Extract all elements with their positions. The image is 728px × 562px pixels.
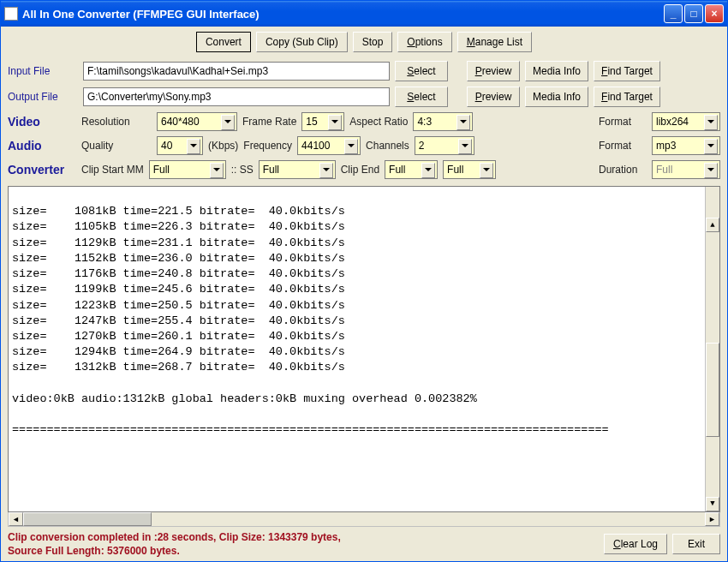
scroll-up-icon[interactable]: ▲ (706, 218, 719, 232)
scroll-thumb[interactable] (706, 343, 719, 437)
output-file-label: Output File (8, 91, 78, 103)
vertical-scrollbar[interactable]: ▲ ▼ (705, 187, 719, 511)
hscroll-thumb[interactable] (23, 512, 152, 526)
clip-end-mm-select[interactable]: Full (385, 160, 438, 179)
input-select-button[interactable]: Select (395, 61, 448, 81)
video-format-label: Format (599, 116, 647, 128)
manage-list-button[interactable]: Manage List (457, 32, 532, 52)
resolution-label: Resolution (81, 116, 152, 128)
audio-format-select[interactable]: mp3 (652, 136, 720, 155)
quality-unit: (Kbps) (208, 140, 238, 152)
clip-start-ss-select[interactable]: Full (259, 160, 336, 179)
quality-label: Quality (81, 140, 152, 152)
clip-end-ss-select[interactable]: Full (443, 160, 496, 179)
options-button[interactable]: Options (397, 32, 451, 52)
stop-button[interactable]: Stop (353, 32, 393, 52)
output-file-field[interactable] (83, 87, 390, 106)
status-text: Clip conversion completed in :28 seconds… (8, 530, 599, 558)
scroll-down-icon[interactable]: ▼ (706, 497, 719, 511)
scroll-left-icon[interactable]: ◄ (9, 512, 23, 526)
maximize-button[interactable]: □ (684, 4, 703, 23)
scroll-right-icon[interactable]: ► (705, 512, 719, 526)
aspect-label: Aspect Ratio (349, 116, 408, 128)
app-icon (4, 7, 18, 21)
frequency-label: Frequency (243, 140, 292, 152)
minimize-button[interactable]: _ (664, 4, 683, 23)
output-select-button[interactable]: Select (395, 87, 448, 107)
clip-start-label: Clip Start MM (81, 164, 144, 176)
audio-heading: Audio (8, 139, 76, 152)
clip-end-label: Clip End (341, 164, 379, 176)
input-file-field[interactable] (83, 62, 390, 81)
horizontal-scrollbar[interactable]: ◄ ► (8, 512, 720, 527)
duration-label: Duration (599, 164, 647, 176)
convert-button[interactable]: Convert (196, 32, 251, 52)
copy-subclip-button[interactable]: Copy (Sub Clip) (256, 32, 348, 52)
exit-button[interactable]: Exit (672, 534, 720, 554)
input-find-target-button[interactable]: Find Target (594, 61, 660, 81)
input-media-info-button[interactable]: Media Info (525, 61, 588, 81)
frequency-select[interactable]: 44100 (297, 136, 361, 155)
output-find-target-button[interactable]: Find Target (594, 87, 660, 107)
clear-log-button[interactable]: Clear Log (604, 534, 667, 554)
window-title: All In One Converter (FFMPEG GUI Interfa… (22, 8, 664, 21)
close-button[interactable]: × (705, 4, 724, 23)
output-preview-button[interactable]: Preview (467, 87, 520, 107)
duration-select: Full (652, 160, 720, 179)
video-format-select[interactable]: libx264 (652, 112, 720, 131)
input-preview-button[interactable]: Preview (467, 61, 520, 81)
channels-label: Channels (366, 140, 409, 152)
video-heading: Video (8, 115, 76, 129)
ss-separator: :: SS (231, 164, 254, 176)
aspect-select[interactable]: 4:3 (413, 112, 473, 131)
quality-select[interactable]: 40 (157, 136, 203, 155)
input-file-label: Input File (8, 65, 78, 77)
framerate-select[interactable]: 15 (301, 112, 344, 131)
clip-start-mm-select[interactable]: Full (149, 160, 226, 179)
converter-heading: Converter (8, 163, 76, 176)
output-media-info-button[interactable]: Media Info (525, 87, 588, 107)
framerate-label: Frame Rate (242, 116, 296, 128)
log-output: size= 1081kB time=221.5 bitrate= 40.0kbi… (8, 186, 720, 512)
channels-select[interactable]: 2 (415, 136, 474, 155)
resolution-select[interactable]: 640*480 (157, 112, 237, 131)
audio-format-label: Format (599, 140, 647, 152)
